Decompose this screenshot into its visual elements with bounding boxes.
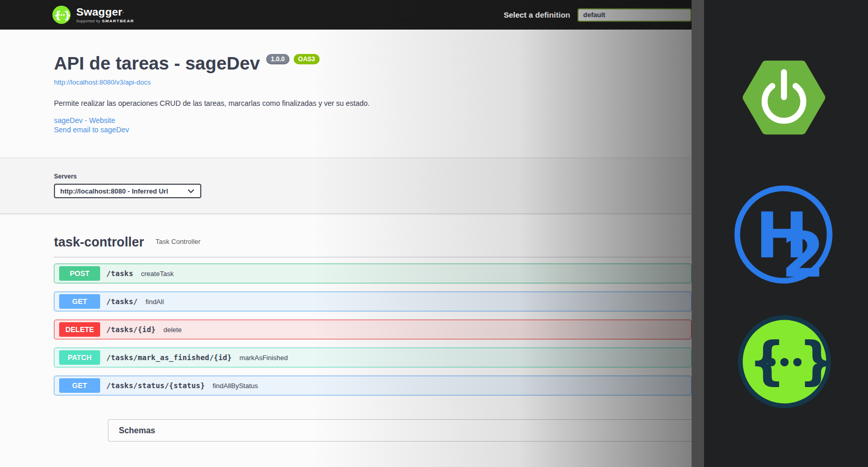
page-title: API de tareas - sageDev — [54, 53, 260, 73]
svg-text:2: 2 — [781, 219, 825, 291]
method-badge[interactable]: GET — [59, 378, 100, 393]
main-content: { } Swagger. Supported bySMARTBEAR Selec… — [0, 0, 692, 467]
svg-text:{: { — [749, 331, 786, 391]
servers-label: Servers — [54, 173, 692, 180]
api-description: Permite realizar las operaciones CRUD de… — [54, 99, 692, 107]
endpoint-path: /tasks — [106, 269, 133, 278]
endpoint-summary: findAll — [145, 298, 163, 306]
swagger-logo-icon: { } — [52, 5, 71, 24]
version-badge: 1.0.0 — [266, 54, 290, 64]
method-badge[interactable]: POST — [59, 266, 100, 281]
scheme-container: Servers http://localhost:8080 - Inferred… — [0, 158, 692, 213]
endpoint-summary: delete — [163, 326, 182, 334]
endpoint-row[interactable]: PATCH /tasks/mark_as_finished/{id} markA… — [54, 348, 692, 367]
website-link[interactable]: sageDev - Website — [54, 116, 692, 125]
brand-title: Swagger. — [76, 6, 134, 17]
oas3-badge: OAS3 — [294, 54, 320, 64]
endpoint-row[interactable]: DELETE /tasks/{id} delete — [54, 320, 692, 339]
operation-list: POST /tasks createTask GET /tasks/ findA… — [54, 264, 692, 395]
schemas-section[interactable]: Schemas — [108, 419, 746, 442]
method-badge[interactable]: GET — [59, 294, 100, 309]
endpoint-path: /tasks/{id} — [106, 325, 156, 334]
method-badge[interactable]: PATCH — [59, 350, 100, 365]
tag-header[interactable]: task-controller Task Controller — [54, 234, 692, 257]
email-link[interactable]: Send email to sageDev — [54, 125, 692, 134]
endpoint-path: /tasks/mark_as_finished/{id} — [106, 353, 232, 362]
definition-selected-value: default — [583, 11, 605, 19]
definition-group: Select a definition default — [504, 8, 692, 22]
topbar: { } Swagger. Supported bySMARTBEAR Selec… — [0, 0, 692, 30]
svg-text:}: } — [64, 9, 71, 21]
endpoint-summary: createTask — [141, 270, 174, 278]
tag-name: task-controller — [54, 234, 144, 250]
chevron-down-icon — [188, 189, 194, 193]
endpoint-path: /tasks/status/{status} — [106, 381, 205, 390]
endpoint-summary: findAllByStatus — [213, 382, 258, 390]
h2-logo-icon: H 2 — [732, 183, 835, 301]
server-selected-value: http://localhost:8080 - Inferred Url — [60, 187, 168, 195]
operations-section: task-controller Task Controller POST /ta… — [54, 234, 692, 442]
endpoint-summary: markAsFinished — [240, 354, 288, 362]
title-badges: 1.0.0 OAS3 — [266, 54, 320, 64]
brand-text: Swagger. Supported bySMARTBEAR — [76, 6, 134, 23]
tech-logo-sidebar: H 2 { } — [704, 0, 868, 467]
spec-url-link[interactable]: http://localhost:8080/v3/api-docs — [54, 78, 150, 86]
scrollbar[interactable] — [692, 0, 704, 467]
swagger-brand[interactable]: { } Swagger. Supported bySMARTBEAR — [52, 5, 134, 24]
endpoint-row[interactable]: GET /tasks/status/{status} findAllByStat… — [54, 376, 692, 395]
endpoint-path: /tasks/ — [106, 297, 137, 306]
definition-label: Select a definition — [504, 10, 570, 19]
endpoint-row[interactable]: GET /tasks/ findAll — [54, 292, 692, 311]
info-section: API de tareas - sageDev 1.0.0 OAS3 http:… — [0, 30, 692, 158]
schemas-title: Schemas — [119, 426, 155, 435]
tag-description: Task Controller — [156, 234, 201, 250]
endpoint-row[interactable]: POST /tasks createTask — [54, 264, 692, 283]
server-select[interactable]: http://localhost:8080 - Inferred Url — [54, 184, 201, 198]
definition-select[interactable]: default — [577, 8, 692, 22]
svg-text:{: { — [54, 9, 61, 21]
brand-trademark: . — [122, 9, 124, 14]
spring-boot-logo-icon — [736, 52, 832, 143]
swagger-logo-large-icon: { } — [735, 312, 834, 411]
method-badge[interactable]: DELETE — [59, 322, 100, 337]
smartbear-credit: Supported bySMARTBEAR — [76, 19, 134, 23]
svg-text:}: } — [798, 331, 834, 391]
swagger-ui-page: { } Swagger. Supported bySMARTBEAR Selec… — [0, 0, 868, 467]
